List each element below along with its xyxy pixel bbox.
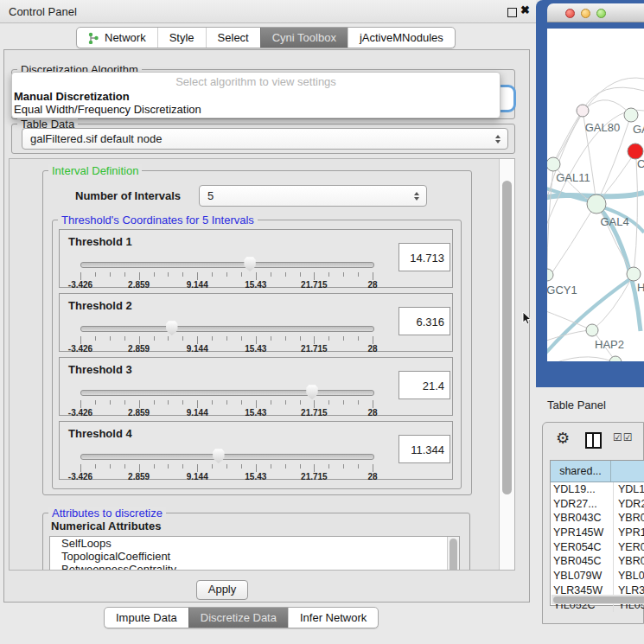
cyni-bottom-tabs: Impute Data Discretize Data Infer Networ… bbox=[104, 607, 379, 628]
cell-name[interactable]: YPR14 bbox=[614, 526, 644, 540]
cell-name[interactable]: YBR04 bbox=[614, 511, 644, 526]
table-row[interactable]: YBL079WYBL07 bbox=[551, 569, 644, 583]
settings-vertical-scrollbar[interactable] bbox=[499, 159, 514, 570]
scrollbar-thumb[interactable] bbox=[502, 181, 512, 494]
threshold-value-field[interactable]: 21.4 bbox=[399, 371, 450, 399]
threshold-value-field[interactable]: 11.344 bbox=[399, 435, 450, 463]
scrollbar-thumb[interactable] bbox=[450, 539, 457, 571]
attributes-list-scrollbar[interactable] bbox=[447, 537, 459, 571]
table-horizontal-scrollbar[interactable] bbox=[552, 595, 644, 604]
slider-handle[interactable] bbox=[244, 257, 256, 271]
table-data-combobox[interactable]: galFiltered.sif default node bbox=[22, 128, 508, 150]
cell-shared-name[interactable]: YDR27... bbox=[551, 497, 614, 512]
cell-name[interactable]: YDR27 bbox=[614, 497, 644, 512]
threshold-slider[interactable] bbox=[80, 454, 374, 460]
cell-name[interactable]: YER05 bbox=[614, 540, 644, 555]
threshold-slider[interactable] bbox=[80, 262, 374, 268]
tab-network[interactable]: Network bbox=[77, 28, 157, 48]
cell-shared-name[interactable]: YDL19... bbox=[551, 482, 614, 497]
cell-name[interactable]: YBR04 bbox=[614, 554, 644, 569]
attribute-list-item[interactable]: TopologicalCoefficient bbox=[50, 550, 459, 563]
column-header-shared-name[interactable]: shared... bbox=[551, 461, 611, 481]
gear-icon[interactable]: ⚙ bbox=[556, 429, 570, 448]
threshold-slider[interactable] bbox=[80, 326, 374, 332]
node-label: GAL80 bbox=[585, 121, 620, 134]
tab-cyni-toolbox[interactable]: Cyni Toolbox bbox=[260, 28, 348, 48]
table-rows: YDL19...YDL19YDR27...YDR27YBR043CYBR04YP… bbox=[551, 482, 644, 612]
zoom-traffic-light[interactable] bbox=[596, 9, 606, 18]
tick-label: 9.144 bbox=[187, 280, 208, 290]
tick-label: 28 bbox=[367, 408, 377, 418]
node-label: HAP2 bbox=[595, 338, 624, 351]
numerical-attributes-list: SelfLoopsTopologicalCoefficientBetweenne… bbox=[49, 536, 460, 571]
minimize-traffic-light[interactable] bbox=[581, 9, 590, 18]
cell-shared-name[interactable]: YBR043C bbox=[551, 511, 614, 526]
algorithm-option-equal-width[interactable]: Equal Width/Frequency Discretization bbox=[12, 103, 500, 116]
network-canvas[interactable]: GAL80GAGAL11GAL4GCY1HHAP2C bbox=[547, 29, 644, 361]
column-header-name[interactable]: na bbox=[611, 461, 644, 481]
cell-shared-name[interactable]: YBR045C bbox=[551, 554, 614, 569]
select-columns-icon[interactable]: ☑☑ bbox=[613, 431, 634, 443]
cell-name[interactable]: YBL07 bbox=[614, 569, 644, 583]
tick-label: 9.144 bbox=[187, 344, 208, 354]
tick-label: 2.859 bbox=[128, 344, 150, 354]
tab-select[interactable]: Select bbox=[206, 28, 260, 48]
float-window-icon[interactable] bbox=[507, 8, 517, 17]
tick-label: 2.859 bbox=[128, 408, 150, 418]
threshold-label: Threshold 3 bbox=[68, 363, 132, 376]
attribute-list-item[interactable]: SelfLoops bbox=[50, 537, 459, 550]
threshold-slider[interactable] bbox=[80, 390, 374, 396]
network-node[interactable] bbox=[627, 267, 641, 281]
network-node[interactable] bbox=[609, 356, 622, 361]
tick-label: 21.715 bbox=[301, 408, 328, 418]
split-columns-icon[interactable] bbox=[585, 432, 602, 449]
attribute-list-item[interactable]: BetweennessCentrality bbox=[50, 563, 459, 571]
tab-impute-data[interactable]: Impute Data bbox=[105, 608, 188, 628]
network-node[interactable] bbox=[547, 157, 560, 171]
network-window-titlebar bbox=[547, 3, 644, 22]
tick-label: 28 bbox=[367, 472, 377, 481]
slider-handle[interactable] bbox=[213, 449, 225, 463]
network-node[interactable] bbox=[577, 105, 589, 117]
cell-shared-name[interactable]: YBL079W bbox=[551, 569, 614, 583]
cell-shared-name[interactable]: YPR145W bbox=[551, 526, 614, 540]
tab-jactivemnodules[interactable]: jActiveMNodules bbox=[348, 28, 455, 48]
threshold-panel: Threshold 4 -3.4262.8599.14415.4321.7152… bbox=[59, 421, 453, 480]
slider-tick-labels: -3.4262.8599.14415.4321.71528 bbox=[80, 408, 373, 418]
slider-tick-labels: -3.4262.8599.14415.4321.71528 bbox=[80, 280, 373, 290]
number-of-intervals-value: 5 bbox=[207, 189, 214, 202]
tab-style[interactable]: Style bbox=[157, 28, 206, 48]
close-icon[interactable]: ✖ bbox=[520, 3, 530, 16]
algorithm-placeholder-option[interactable]: Select algorithm to view settings bbox=[12, 73, 500, 90]
algorithm-option-manual[interactable]: Manual Discretization bbox=[12, 90, 500, 103]
tab-discretize-data[interactable]: Discretize Data bbox=[188, 608, 288, 628]
network-node[interactable] bbox=[624, 108, 638, 122]
cell-shared-name[interactable]: YER054C bbox=[551, 540, 614, 555]
slider-handle[interactable] bbox=[166, 321, 178, 335]
table-row[interactable]: YBR043CYBR04 bbox=[551, 511, 644, 526]
table-row[interactable]: YDR27...YDR27 bbox=[551, 497, 644, 512]
tick-label: 2.859 bbox=[128, 472, 150, 481]
tick-label: -3.426 bbox=[68, 472, 92, 481]
network-node[interactable] bbox=[586, 324, 598, 336]
table-row[interactable]: YBR045CYBR04 bbox=[551, 554, 644, 569]
table-row[interactable]: YDL19...YDL19 bbox=[551, 482, 644, 497]
table-panel-title: Table Panel bbox=[547, 399, 606, 411]
screen: Control Panel ✖ Network Style Select Cyn… bbox=[0, 0, 644, 644]
network-node[interactable] bbox=[587, 194, 606, 214]
slider-handle[interactable] bbox=[306, 385, 318, 399]
threshold-value-field[interactable]: 14.713 bbox=[399, 243, 450, 271]
apply-button[interactable]: Apply bbox=[196, 580, 248, 600]
network-node[interactable] bbox=[547, 269, 553, 281]
tab-infer-network[interactable]: Infer Network bbox=[288, 608, 378, 628]
table-row[interactable]: YER054CYER05 bbox=[551, 540, 644, 555]
settings-scroll-area: Interval Definition Number of Intervals … bbox=[9, 158, 515, 571]
table-row[interactable]: YPR145WYPR14 bbox=[551, 526, 644, 540]
number-of-intervals-combobox[interactable]: 5 bbox=[199, 185, 427, 207]
scrollbar-thumb[interactable] bbox=[553, 596, 644, 603]
close-traffic-light[interactable] bbox=[565, 9, 575, 18]
threshold-value-field[interactable]: 6.316 bbox=[399, 307, 450, 335]
tick-label: 15.43 bbox=[245, 344, 266, 354]
node-label: GAL11 bbox=[556, 171, 590, 184]
cell-name[interactable]: YDL19 bbox=[614, 482, 644, 497]
